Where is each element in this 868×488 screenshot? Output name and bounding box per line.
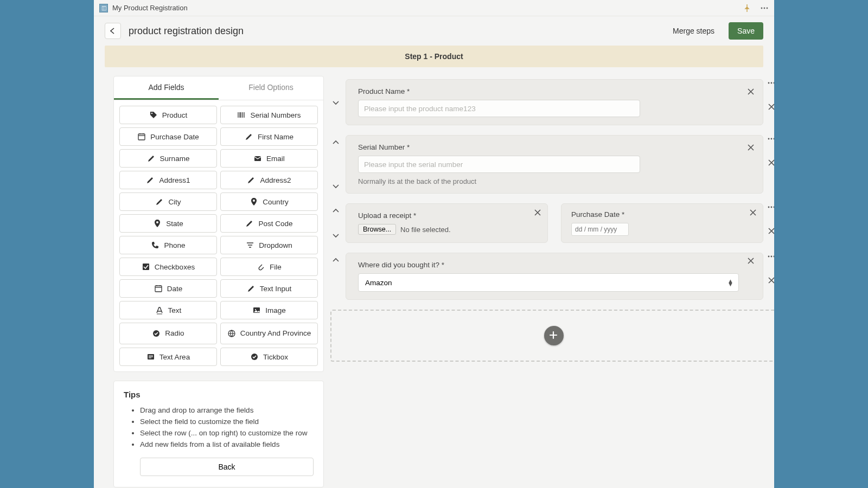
calendar-icon bbox=[137, 132, 146, 141]
field-city[interactable]: City bbox=[119, 192, 217, 211]
row-move-up[interactable] bbox=[330, 137, 341, 148]
field-card-where-bought[interactable]: Where did you bought it? * Amazon ▲▼ bbox=[346, 253, 763, 300]
radio-icon bbox=[152, 329, 161, 338]
text-icon bbox=[155, 306, 164, 314]
field-first-name[interactable]: First Name bbox=[220, 127, 318, 146]
field-card-upload-receipt[interactable]: Upload a receipt * Browse... No file sel… bbox=[346, 203, 548, 243]
field-dropdown[interactable]: Dropdown bbox=[220, 236, 318, 254]
field-label: Serial Number * bbox=[358, 143, 739, 151]
image-icon bbox=[252, 306, 261, 314]
field-product[interactable]: Product bbox=[119, 106, 217, 124]
field-surname[interactable]: Surname bbox=[119, 149, 217, 168]
product-name-input[interactable] bbox=[358, 100, 640, 117]
form-row-serial-number: Serial Number * Normally its at the back… bbox=[346, 135, 763, 194]
tip-item: Drag and drop to arrange the fields bbox=[140, 404, 314, 416]
save-button[interactable]: Save bbox=[729, 22, 763, 40]
field-image[interactable]: Image bbox=[220, 301, 318, 319]
close-icon bbox=[767, 158, 774, 167]
add-row-area[interactable] bbox=[330, 310, 774, 362]
field-tickbox[interactable]: Tickbox bbox=[220, 348, 318, 366]
chevron-up-icon bbox=[331, 207, 340, 215]
field-state[interactable]: State bbox=[119, 214, 217, 233]
app-name: My Product Registration bbox=[112, 4, 188, 12]
field-remove-button[interactable] bbox=[533, 208, 542, 219]
field-email[interactable]: Email bbox=[220, 149, 318, 168]
close-icon bbox=[746, 256, 755, 265]
more-icon bbox=[767, 252, 774, 261]
field-remove-button[interactable] bbox=[749, 208, 757, 219]
row-more-button[interactable] bbox=[765, 201, 774, 213]
row-move-up[interactable] bbox=[330, 206, 341, 216]
form-row-where-bought: Where did you bought it? * Amazon ▲▼ bbox=[346, 253, 763, 300]
field-address2[interactable]: Address2 bbox=[220, 171, 318, 189]
field-text-input[interactable]: Text Input bbox=[220, 279, 318, 298]
field-remove-button[interactable] bbox=[746, 143, 755, 153]
row-move-down[interactable] bbox=[330, 181, 341, 191]
field-serial-numbers[interactable]: Serial Numbers bbox=[220, 106, 318, 124]
row-move-down[interactable] bbox=[330, 97, 341, 108]
row-remove-button[interactable] bbox=[765, 274, 774, 286]
add-row-button[interactable] bbox=[544, 326, 564, 345]
field-purchase-date[interactable]: Purchase Date bbox=[119, 127, 217, 146]
field-card-product-name[interactable]: Product Name * bbox=[346, 79, 763, 125]
pencil-icon bbox=[247, 176, 256, 184]
calendar-icon bbox=[154, 284, 163, 293]
field-text-area[interactable]: Text Area bbox=[119, 348, 217, 366]
tab-add-fields[interactable]: Add Fields bbox=[114, 76, 219, 100]
phone-icon bbox=[151, 241, 159, 249]
globe-icon bbox=[227, 329, 236, 338]
row-remove-button[interactable] bbox=[765, 101, 774, 113]
chevron-down-icon bbox=[331, 98, 340, 107]
field-remove-button[interactable] bbox=[746, 256, 755, 267]
field-file[interactable]: File bbox=[220, 258, 318, 276]
field-card-serial-number[interactable]: Serial Number * Normally its at the back… bbox=[346, 135, 763, 194]
textarea-icon bbox=[146, 352, 155, 361]
row-remove-button[interactable] bbox=[765, 225, 774, 237]
field-remove-button[interactable] bbox=[746, 87, 755, 98]
plus-icon bbox=[549, 331, 559, 341]
where-bought-select[interactable]: Amazon bbox=[358, 273, 739, 292]
field-label: Upload a receipt * bbox=[358, 211, 528, 220]
row-move-up[interactable] bbox=[330, 255, 341, 266]
tickbox-icon bbox=[250, 352, 259, 361]
field-address1[interactable]: Address1 bbox=[119, 171, 217, 189]
filter-icon bbox=[246, 241, 254, 249]
pin-icon[interactable] bbox=[743, 4, 751, 12]
page-header: product registration design Merge steps … bbox=[94, 16, 774, 46]
field-checkboxes[interactable]: Checkboxes bbox=[119, 258, 217, 276]
serial-number-input[interactable] bbox=[358, 156, 640, 173]
row-move-down[interactable] bbox=[330, 230, 341, 241]
row-remove-button[interactable] bbox=[765, 157, 774, 169]
merge-steps-button[interactable]: Merge steps bbox=[666, 23, 721, 38]
tips-title: Tips bbox=[124, 390, 314, 399]
pencil-icon bbox=[245, 132, 253, 141]
tip-item: Select the row (... on top right) to cus… bbox=[140, 427, 314, 439]
pencil-icon bbox=[247, 284, 256, 293]
browse-button[interactable]: Browse... bbox=[358, 224, 396, 235]
field-radio[interactable]: Radio bbox=[119, 323, 217, 344]
pencil-icon bbox=[146, 176, 155, 184]
field-country[interactable]: Country bbox=[220, 192, 318, 211]
add-fields-panel: Add Fields Field Options Product Serial … bbox=[113, 76, 324, 372]
field-phone[interactable]: Phone bbox=[119, 236, 217, 254]
field-text[interactable]: Text bbox=[119, 301, 217, 319]
page-title: product registration design bbox=[129, 25, 244, 37]
tip-item: Select the field to customize the field bbox=[140, 416, 314, 427]
purchase-date-input[interactable] bbox=[571, 223, 629, 236]
row-more-button[interactable] bbox=[765, 133, 774, 145]
tips-back-button[interactable]: Back bbox=[140, 458, 314, 476]
chevron-down-icon bbox=[331, 182, 340, 190]
field-post-code[interactable]: Post Code bbox=[220, 214, 318, 233]
more-icon bbox=[767, 203, 774, 211]
field-country-and-province[interactable]: Country And Province bbox=[220, 323, 318, 344]
back-button[interactable] bbox=[105, 23, 121, 39]
tab-field-options[interactable]: Field Options bbox=[219, 76, 323, 100]
row-more-button[interactable] bbox=[765, 77, 774, 89]
barcode-icon bbox=[237, 111, 246, 119]
more-icon bbox=[767, 79, 774, 87]
field-card-purchase-date[interactable]: Purchase Date * bbox=[561, 203, 763, 243]
row-more-button[interactable] bbox=[765, 251, 774, 262]
close-icon bbox=[767, 276, 774, 285]
field-date[interactable]: Date bbox=[119, 279, 217, 298]
app-more-icon[interactable] bbox=[760, 4, 769, 12]
